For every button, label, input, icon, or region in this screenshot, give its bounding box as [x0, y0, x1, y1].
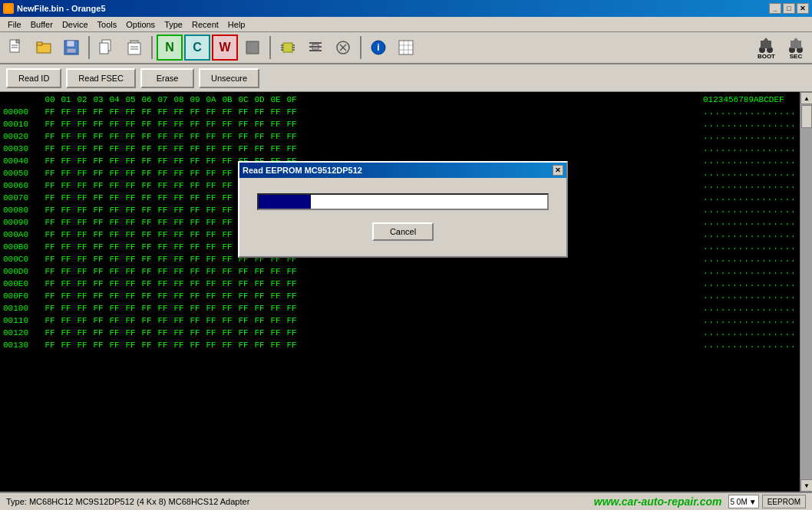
block-button[interactable] [239, 35, 266, 61]
toolbar: N C W [0, 32, 812, 64]
modal-cancel-button[interactable]: Cancel [372, 222, 434, 241]
read-id-button[interactable]: Read ID [6, 68, 61, 88]
svg-rect-9 [100, 43, 108, 54]
paste-button[interactable] [121, 35, 147, 61]
menu-device[interactable]: Device [58, 18, 93, 31]
svg-rect-7 [67, 48, 76, 53]
modal-titlebar: Read EEPROM MC9512DP512 ✕ [239, 163, 566, 178]
svg-rect-15 [283, 43, 292, 52]
open-file-button[interactable] [31, 35, 57, 61]
save-file-button[interactable] [58, 35, 84, 61]
status-right: 5 0M ▼ EEPROM [728, 495, 806, 508]
read-fsec-button[interactable]: Read FSEC [66, 68, 136, 88]
grid-button[interactable] [393, 35, 419, 61]
menu-type[interactable]: Type [160, 18, 187, 31]
svg-rect-4 [37, 42, 42, 45]
modal-overlay: Read EEPROM MC9512DP512 ✕ Cancel [0, 92, 812, 492]
mem-size-dropdown[interactable]: 5 0M ▼ [728, 495, 759, 508]
svg-marker-43 [792, 38, 800, 42]
modal-title: Read EEPROM MC9512DP512 [243, 166, 362, 175]
toolbar-right: BOOT SEC [753, 35, 809, 61]
title-bar: 🟠 NewFile.bin - Orange5 _ □ ✕ [0, 0, 812, 17]
toolbar-sep-2 [151, 36, 153, 59]
status-type-text: Type: MC68HC12 MC9S12DP512 (4 Kx 8) MC68… [6, 497, 588, 506]
modal-close-button[interactable]: ✕ [553, 165, 563, 176]
modal-body: Cancel [239, 178, 566, 256]
title-text: NewFile.bin - Orange5 [17, 4, 106, 13]
menu-file[interactable]: File [3, 18, 26, 31]
status-website: www.car-auto-repair.com [594, 495, 722, 508]
sec-button[interactable]: SEC [783, 35, 809, 61]
menu-recent[interactable]: Recent [187, 18, 223, 31]
maximize-button[interactable]: □ [783, 3, 795, 14]
mem-size-value: 5 0M [731, 498, 748, 506]
main-content: 000102030405060708090A0B0C0D0E0F 0123456… [0, 92, 812, 492]
toolbar-sep-4 [360, 36, 361, 59]
sec-label: SEC [790, 53, 802, 60]
c-button[interactable]: C [184, 35, 210, 61]
boot-button[interactable]: BOOT [753, 35, 780, 61]
svg-rect-31 [399, 41, 413, 54]
action-bar: Read ID Read FSEC Erase Unsecure [0, 64, 812, 92]
menu-buffer[interactable]: Buffer [26, 18, 58, 31]
n-button[interactable]: N [157, 35, 183, 61]
boot-label: BOOT [758, 53, 775, 60]
lines-button[interactable] [302, 35, 328, 61]
modal-dialog: Read EEPROM MC9512DP512 ✕ Cancel [238, 161, 568, 258]
title-bar-left: 🟠 NewFile.bin - Orange5 [3, 3, 106, 14]
new-file-button[interactable] [3, 35, 29, 61]
w-button[interactable]: W [212, 35, 238, 61]
title-controls: _ □ ✕ [769, 3, 809, 14]
menu-options[interactable]: Options [121, 18, 160, 31]
unsecure-button[interactable]: Unsecure [199, 68, 259, 88]
erase-button[interactable]: Erase [140, 68, 194, 88]
toolbar-sep-1 [88, 36, 90, 59]
menu-help[interactable]: Help [223, 18, 250, 31]
copy-button[interactable] [94, 35, 120, 61]
menu-bar: File Buffer Device Tools Options Type Re… [0, 17, 812, 32]
svg-rect-14 [246, 41, 259, 54]
progress-bar-fill [259, 195, 311, 209]
app-icon: 🟠 [3, 3, 14, 14]
circuit-button[interactable] [330, 35, 356, 61]
svg-marker-39 [762, 38, 770, 42]
svg-text:i: i [377, 42, 379, 53]
svg-rect-6 [67, 41, 74, 47]
toolbar-sep-3 [269, 36, 271, 59]
mem-type-badge: EEPROM [762, 495, 806, 508]
progress-bar-container [257, 193, 549, 210]
chip-button[interactable] [275, 35, 301, 61]
close-button[interactable]: ✕ [797, 3, 809, 14]
mem-size-chevron: ▼ [749, 498, 757, 506]
menu-tools[interactable]: Tools [93, 18, 122, 31]
info-button[interactable]: i [365, 35, 391, 61]
status-bar: Type: MC68HC12 MC9S12DP512 (4 Kx 8) MC68… [0, 492, 812, 510]
minimize-button[interactable]: _ [769, 3, 781, 14]
